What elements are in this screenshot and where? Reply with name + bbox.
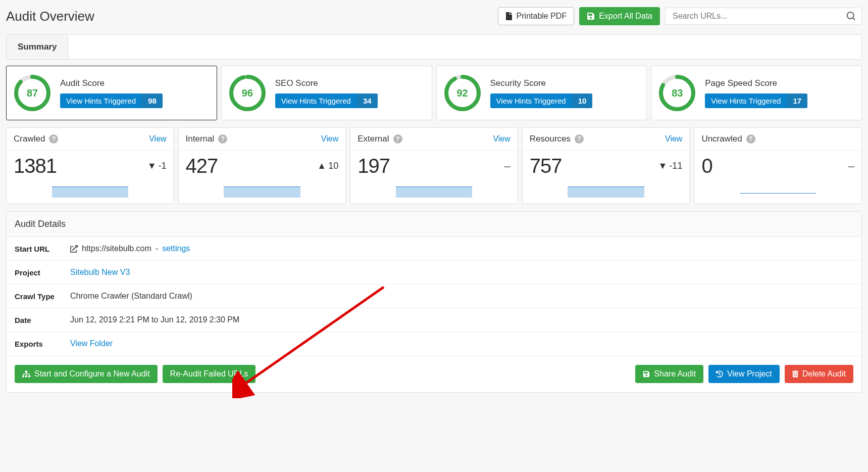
info-icon[interactable]: ? xyxy=(49,134,58,144)
info-icon[interactable]: ? xyxy=(393,134,402,144)
score-ring: 92 xyxy=(444,74,481,112)
stat-value: 1381 xyxy=(14,155,57,177)
stat-delta: – xyxy=(504,160,510,173)
score-card-security-score[interactable]: 92 Security Score View Hints Triggered 1… xyxy=(436,66,647,120)
sparkline xyxy=(568,186,644,198)
settings-link[interactable]: settings xyxy=(162,244,190,253)
sparkline xyxy=(52,186,128,198)
view-hints-button[interactable]: View Hints Triggered 17 xyxy=(705,93,807,108)
trash-icon xyxy=(792,370,798,377)
page-title: Audit Overview xyxy=(6,9,94,24)
view-hints-button[interactable]: View Hints Triggered 10 xyxy=(490,93,593,108)
score-card-seo-score[interactable]: 96 SEO Score View Hints Triggered 34 xyxy=(221,66,432,120)
score-ring: 87 xyxy=(14,74,51,112)
detail-key-exports: Exports xyxy=(15,340,70,348)
sparkline xyxy=(396,186,472,198)
view-link[interactable]: View xyxy=(665,134,682,144)
external-link-icon xyxy=(70,245,78,253)
hints-count: 98 xyxy=(142,93,163,108)
search-urls-box[interactable] xyxy=(665,8,862,25)
score-ring: 96 xyxy=(229,74,266,112)
detail-date: Jun 12, 2019 2:21 PM to Jun 12, 2019 2:3… xyxy=(70,315,239,324)
stat-card-internal: Internal? View 427 ▲10 xyxy=(178,127,346,204)
delete-audit-button[interactable]: Delete Audit xyxy=(785,365,853,383)
project-link[interactable]: Sitebulb New V3 xyxy=(70,268,130,277)
score-label: Page Speed Score xyxy=(705,78,807,88)
hints-count: 17 xyxy=(787,93,807,108)
stat-card-crawled: Crawled? View 1381 ▼-1 xyxy=(6,127,174,204)
score-label: Security Score xyxy=(490,78,593,88)
score-label: SEO Score xyxy=(275,78,378,88)
detail-crawl-type: Chrome Crawler (Standard Crawl) xyxy=(70,292,192,301)
detail-key-start-url: Start URL xyxy=(15,245,70,253)
view-link[interactable]: View xyxy=(493,134,510,144)
score-label: Audit Score xyxy=(60,78,163,88)
score-value: 96 xyxy=(229,74,266,112)
sparkline xyxy=(224,186,300,198)
view-folder-link[interactable]: View Folder xyxy=(70,339,113,348)
stat-delta: ▼-11 xyxy=(658,161,683,171)
detail-key-crawl-type: Crawl Type xyxy=(15,292,70,301)
file-pdf-icon xyxy=(505,12,513,20)
save-icon xyxy=(587,12,595,20)
hints-count: 10 xyxy=(572,93,593,108)
info-icon[interactable]: ? xyxy=(746,134,755,144)
stat-card-external: External? View 197 – xyxy=(350,127,518,204)
re-audit-failed-urls-button[interactable]: Re-Audit Failed URLs xyxy=(163,365,256,383)
stat-name: Uncrawled? xyxy=(701,134,755,144)
audit-details-title: Audit Details xyxy=(7,212,861,237)
search-urls-input[interactable] xyxy=(672,11,846,21)
score-value: 87 xyxy=(14,74,51,112)
tabs-bar: Summary xyxy=(6,34,862,60)
history-icon xyxy=(716,370,723,377)
info-icon[interactable]: ? xyxy=(218,134,227,144)
printable-pdf-button[interactable]: Printable PDF xyxy=(498,7,575,25)
hints-count: 34 xyxy=(357,93,378,108)
stat-value: 757 xyxy=(530,155,562,177)
view-project-button[interactable]: View Project xyxy=(708,365,780,383)
stat-name: Crawled? xyxy=(14,134,58,144)
score-ring: 83 xyxy=(658,74,696,112)
stat-card-resources: Resources? View 757 ▼-11 xyxy=(522,127,690,204)
view-link[interactable]: View xyxy=(321,134,338,144)
detail-key-project: Project xyxy=(15,268,70,277)
sitemap-icon xyxy=(22,370,30,377)
stat-name: Internal? xyxy=(186,134,228,144)
stat-delta: ▲10 xyxy=(317,161,338,171)
score-value: 83 xyxy=(658,74,696,112)
export-all-data-button[interactable]: Export All Data xyxy=(579,7,660,25)
detail-start-url: https://sitebulb.com xyxy=(82,244,151,253)
save-icon xyxy=(643,370,650,377)
sparkline xyxy=(740,193,816,194)
view-hints-button[interactable]: View Hints Triggered 34 xyxy=(275,93,378,108)
stat-delta: – xyxy=(848,160,854,173)
score-value: 92 xyxy=(444,74,481,112)
stat-value: 0 xyxy=(701,155,712,177)
info-icon[interactable]: ? xyxy=(575,134,584,144)
stat-delta: ▼-1 xyxy=(147,161,167,171)
view-hints-button[interactable]: View Hints Triggered 98 xyxy=(60,93,163,108)
view-link[interactable]: View xyxy=(149,134,166,144)
stat-name: Resources? xyxy=(530,134,584,144)
search-icon xyxy=(846,12,855,21)
stat-card-uncrawled: Uncrawled? 0 – xyxy=(694,127,862,204)
audit-details-panel: Audit Details Start URL https://sitebulb… xyxy=(6,211,862,393)
stat-value: 197 xyxy=(358,155,390,177)
tab-summary[interactable]: Summary xyxy=(7,35,68,59)
stat-name: External? xyxy=(358,134,402,144)
detail-key-date: Date xyxy=(15,316,70,324)
share-audit-button[interactable]: Share Audit xyxy=(635,365,703,383)
start-new-audit-button[interactable]: Start and Configure a New Audit xyxy=(15,365,158,383)
stat-value: 427 xyxy=(186,155,218,177)
score-card-page-speed-score[interactable]: 83 Page Speed Score View Hints Triggered… xyxy=(651,66,862,120)
score-card-audit-score[interactable]: 87 Audit Score View Hints Triggered 98 xyxy=(6,66,217,120)
